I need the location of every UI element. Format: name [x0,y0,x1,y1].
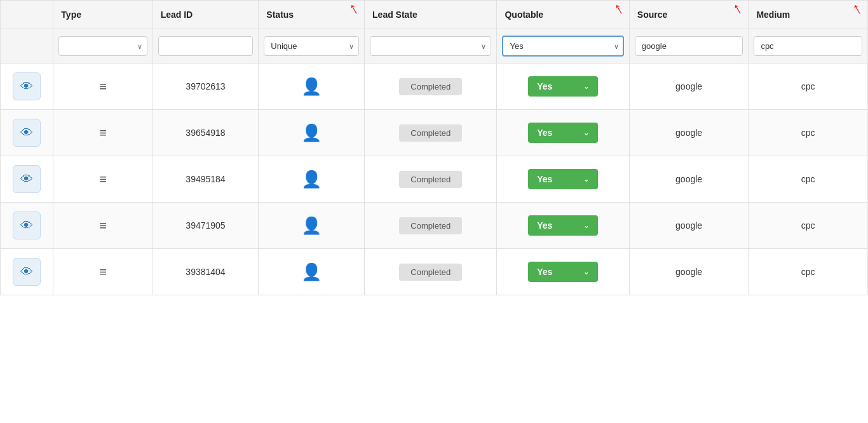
leadstate-cell: Completed [365,203,497,249]
user-icon: 👤 [301,170,322,189]
yes-label: Yes [537,220,552,231]
view-button[interactable]: 👁 [13,211,41,239]
view-button[interactable]: 👁 [13,119,41,147]
leadstate-select-wrapper[interactable]: ∨ [370,36,491,56]
list-icon[interactable]: ≡ [99,265,107,279]
source-cell: google [629,203,749,249]
leadid-cell: 39495184 [153,156,259,203]
filter-status-cell: Unique All None ∨ ↑ [259,29,365,64]
type-cell: ≡ [53,249,153,295]
medium-value: cpc [801,220,815,231]
status-cell: 👤 [259,110,365,156]
leadstate-cell: Completed [365,156,497,203]
leadid-value: 39471905 [186,220,225,231]
quotable-filter-select[interactable]: Yes No All [502,36,623,57]
quotable-yes-button[interactable]: Yes ⌄ [528,76,598,97]
action-cell: 👁 [1,64,53,110]
source-value: google [675,128,702,138]
view-button[interactable]: 👁 [13,165,41,193]
quotable-cell: Yes ⌄ [497,249,629,295]
status-cell: 👤 [259,156,365,203]
quotable-cell: Yes ⌄ [497,203,629,249]
table-row: 👁 ≡ 39495184👤Completed Yes ⌄ googlecpc [1,156,868,203]
status-cell: 👤 [259,64,365,110]
leadid-value: 39495184 [186,174,225,184]
yes-label: Yes [537,267,552,277]
table-body: 👁 ≡ 39702613👤Completed Yes ⌄ googlecpc 👁… [1,64,868,295]
quotable-cell: Yes ⌄ [497,110,629,156]
yes-chevron-icon: ⌄ [583,175,589,184]
table-row: 👁 ≡ 39381404👤Completed Yes ⌄ googlecpc [1,249,868,295]
leadid-cell: 39381404 [153,249,259,295]
quotable-yes-button[interactable]: Yes ⌄ [528,215,598,236]
medium-cell: cpc [749,249,868,295]
leadid-cell: 39471905 [153,203,259,249]
leadstate-cell: Completed [365,110,497,156]
list-icon[interactable]: ≡ [99,126,107,140]
medium-filter-input[interactable] [754,36,862,56]
list-icon[interactable]: ≡ [99,218,107,233]
medium-value: cpc [801,128,815,138]
source-filter-input[interactable] [635,36,743,56]
eye-icon: 👁 [20,79,33,94]
header-row: Type Lead ID Status Lead State Quotable … [1,1,868,29]
filter-action-cell [1,29,53,64]
eye-icon: 👁 [20,172,33,187]
yes-label: Yes [537,174,552,184]
yes-chevron-icon: ⌄ [583,83,589,91]
medium-cell: cpc [749,156,868,203]
medium-cell: cpc [749,203,868,249]
completed-badge: Completed [399,78,462,95]
header-source: Source [629,1,749,29]
header-type: Type [53,1,153,29]
medium-cell: cpc [749,110,868,156]
completed-badge: Completed [399,264,462,281]
leadstate-cell: Completed [365,64,497,110]
status-cell: 👤 [259,203,365,249]
filter-medium-cell: ↑ [749,29,868,64]
list-icon[interactable]: ≡ [99,172,107,187]
yes-chevron-icon: ⌄ [583,129,589,137]
source-cell: google [629,156,749,203]
status-select-wrapper[interactable]: Unique All None ∨ [264,36,359,56]
source-cell: google [629,249,749,295]
completed-badge: Completed [399,171,462,188]
action-cell: 👁 [1,249,53,295]
source-cell: google [629,110,749,156]
data-table: Type Lead ID Status Lead State Quotable … [0,0,868,295]
filter-type-cell: ∨ [53,29,153,64]
filter-source-cell: ↑ [629,29,749,64]
view-button[interactable]: 👁 [13,72,41,100]
medium-cell: cpc [749,64,868,110]
leadid-value: 39702613 [186,81,225,91]
user-icon: 👤 [301,77,322,97]
type-filter-select[interactable] [58,36,147,56]
main-table-wrapper: Type Lead ID Status Lead State Quotable … [0,0,868,295]
completed-badge: Completed [399,124,462,142]
action-cell: 👁 [1,110,53,156]
leadstate-filter-select[interactable] [370,36,491,56]
quotable-yes-button[interactable]: Yes ⌄ [528,123,598,143]
filter-quotable-cell: Yes No All ∨ ↑ [497,29,629,64]
view-button[interactable]: 👁 [13,258,41,286]
yes-chevron-icon: ⌄ [583,268,589,276]
type-cell: ≡ [53,110,153,156]
eye-icon: 👁 [20,265,33,279]
user-icon: 👤 [301,262,322,282]
table-row: 👁 ≡ 39654918👤Completed Yes ⌄ googlecpc [1,110,868,156]
user-icon: 👤 [301,216,322,236]
quotable-select-wrapper[interactable]: Yes No All ∨ [502,36,623,57]
type-cell: ≡ [53,203,153,249]
status-filter-select[interactable]: Unique All None [264,36,359,56]
action-cell: 👁 [1,156,53,203]
yes-label: Yes [537,81,552,91]
type-select-wrapper[interactable]: ∨ [58,36,147,56]
table-row: 👁 ≡ 39702613👤Completed Yes ⌄ googlecpc [1,64,868,110]
list-icon[interactable]: ≡ [99,79,107,94]
quotable-yes-button[interactable]: Yes ⌄ [528,262,598,282]
quotable-yes-button[interactable]: Yes ⌄ [528,169,598,189]
leadid-filter-input[interactable] [158,36,254,56]
header-status: Status [259,1,365,29]
eye-icon: 👁 [20,218,33,233]
source-value: google [675,267,702,277]
